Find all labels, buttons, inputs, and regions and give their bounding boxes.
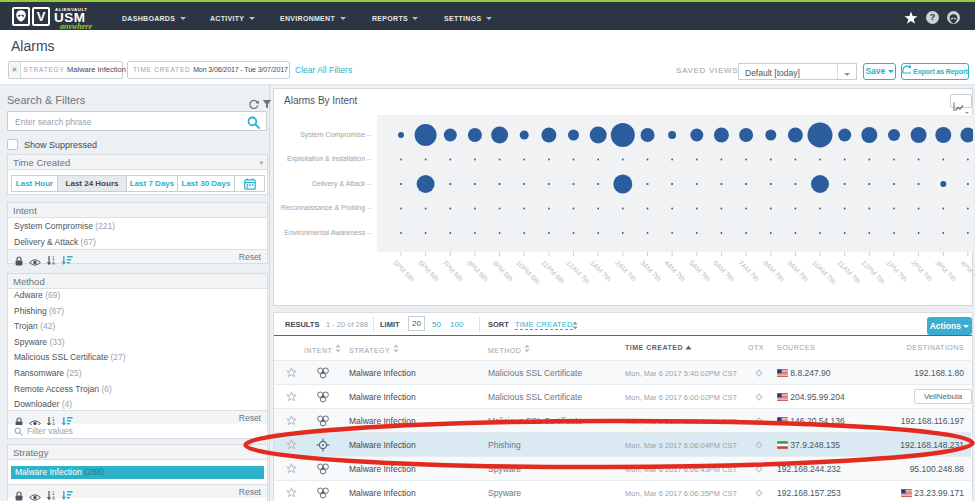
svg-text:1: 1 [52, 417, 55, 422]
svg-text:A: A [52, 496, 56, 501]
svg-text:1: 1 [52, 256, 55, 261]
svg-text:1: 1 [52, 491, 55, 496]
svg-text:A: A [52, 261, 56, 266]
